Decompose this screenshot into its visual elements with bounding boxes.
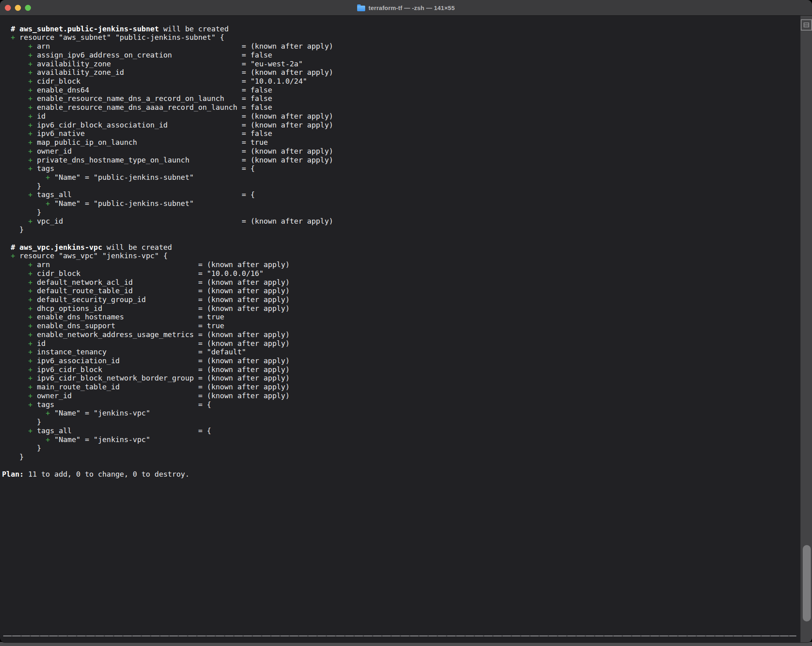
close-button[interactable] bbox=[5, 5, 11, 11]
folder-icon bbox=[357, 6, 365, 11]
scrollbar-thumb[interactable] bbox=[803, 545, 811, 621]
split-pane-icon bbox=[804, 23, 809, 27]
zoom-button[interactable] bbox=[25, 5, 31, 11]
traffic-lights bbox=[5, 0, 31, 15]
desktop-background-strip bbox=[0, 642, 812, 646]
terminal-output: # aws_subnet.public-jenkins-subnet will … bbox=[0, 16, 801, 479]
window-title: terraform-tf — -zsh — 141×55 bbox=[368, 5, 454, 11]
window-title-group: terraform-tf — -zsh — 141×55 bbox=[357, 4, 454, 11]
terminal-window: terraform-tf — -zsh — 141×55 # aws_subne… bbox=[0, 0, 812, 642]
terminal-separator-line bbox=[3, 636, 796, 636]
window-titlebar[interactable]: terraform-tf — -zsh — 141×55 bbox=[0, 0, 812, 16]
minimize-button[interactable] bbox=[15, 5, 21, 11]
split-pane-button[interactable] bbox=[801, 19, 812, 31]
terminal-content[interactable]: # aws_subnet.public-jenkins-subnet will … bbox=[0, 16, 801, 642]
scrollbar-track[interactable] bbox=[800, 16, 812, 642]
